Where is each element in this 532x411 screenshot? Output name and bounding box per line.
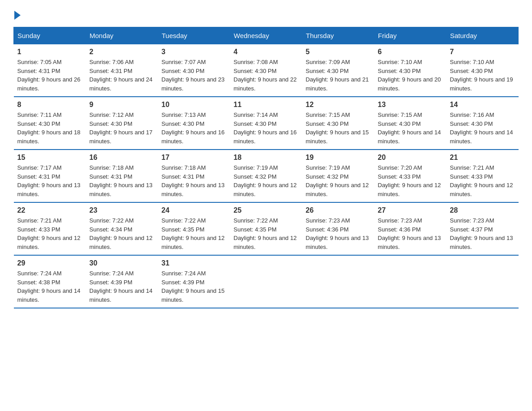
day-number: 16 (90, 154, 154, 162)
day-info: Sunrise: 7:21 AMSunset: 4:33 PMDaylight:… (450, 163, 515, 198)
day-number: 23 (90, 206, 154, 214)
day-info: Sunrise: 7:24 AMSunset: 4:38 PMDaylight:… (17, 269, 82, 304)
day-number: 22 (17, 206, 82, 214)
day-info: Sunrise: 7:23 AMSunset: 4:37 PMDaylight:… (450, 216, 515, 251)
header-day-monday: Monday (86, 27, 158, 44)
calendar-cell: 8 Sunrise: 7:11 AMSunset: 4:30 PMDayligh… (14, 97, 86, 150)
calendar-cell (302, 255, 374, 308)
calendar-cell (374, 255, 446, 308)
calendar-cell: 5 Sunrise: 7:09 AMSunset: 4:30 PMDayligh… (302, 44, 374, 97)
day-number: 1 (17, 48, 82, 56)
calendar-cell: 24 Sunrise: 7:22 AMSunset: 4:35 PMDaylig… (158, 202, 230, 255)
day-number: 30 (90, 259, 154, 267)
day-number: 15 (17, 154, 82, 162)
day-info: Sunrise: 7:09 AMSunset: 4:30 PMDaylight:… (306, 58, 371, 93)
calendar-cell: 2 Sunrise: 7:06 AMSunset: 4:31 PMDayligh… (86, 44, 158, 97)
day-info: Sunrise: 7:12 AMSunset: 4:30 PMDaylight:… (90, 111, 154, 146)
day-info: Sunrise: 7:21 AMSunset: 4:33 PMDaylight:… (17, 216, 82, 251)
calendar-header-row: SundayMondayTuesdayWednesdayThursdayFrid… (14, 27, 519, 44)
day-number: 3 (162, 48, 227, 56)
calendar-table: SundayMondayTuesdayWednesdayThursdayFrid… (13, 27, 519, 308)
day-number: 19 (306, 154, 371, 162)
calendar-week-row: 22 Sunrise: 7:21 AMSunset: 4:33 PMDaylig… (14, 202, 519, 255)
day-info: Sunrise: 7:23 AMSunset: 4:36 PMDaylight:… (378, 216, 443, 251)
day-number: 10 (162, 101, 227, 109)
calendar-cell: 6 Sunrise: 7:10 AMSunset: 4:30 PMDayligh… (374, 44, 446, 97)
day-info: Sunrise: 7:08 AMSunset: 4:30 PMDaylight:… (234, 58, 299, 93)
calendar-cell: 27 Sunrise: 7:23 AMSunset: 4:36 PMDaylig… (374, 202, 446, 255)
day-number: 9 (90, 101, 154, 109)
calendar-cell: 26 Sunrise: 7:23 AMSunset: 4:36 PMDaylig… (302, 202, 374, 255)
day-number: 12 (306, 101, 371, 109)
calendar-week-row: 15 Sunrise: 7:17 AMSunset: 4:31 PMDaylig… (14, 150, 519, 202)
calendar-cell: 4 Sunrise: 7:08 AMSunset: 4:30 PMDayligh… (230, 44, 302, 97)
calendar-cell: 13 Sunrise: 7:15 AMSunset: 4:30 PMDaylig… (374, 97, 446, 150)
day-info: Sunrise: 7:16 AMSunset: 4:30 PMDaylight:… (450, 111, 515, 146)
calendar-cell: 1 Sunrise: 7:05 AMSunset: 4:31 PMDayligh… (14, 44, 86, 97)
calendar-cell: 12 Sunrise: 7:15 AMSunset: 4:30 PMDaylig… (302, 97, 374, 150)
day-info: Sunrise: 7:11 AMSunset: 4:30 PMDaylight:… (17, 111, 82, 146)
day-info: Sunrise: 7:19 AMSunset: 4:32 PMDaylight:… (306, 163, 371, 198)
calendar-cell: 10 Sunrise: 7:13 AMSunset: 4:30 PMDaylig… (158, 97, 230, 150)
logo-arrow-icon (14, 11, 21, 20)
day-number: 27 (378, 206, 443, 214)
calendar-cell: 22 Sunrise: 7:21 AMSunset: 4:33 PMDaylig… (14, 202, 86, 255)
day-info: Sunrise: 7:15 AMSunset: 4:30 PMDaylight:… (378, 111, 443, 146)
calendar-week-row: 1 Sunrise: 7:05 AMSunset: 4:31 PMDayligh… (14, 44, 519, 97)
calendar-cell: 16 Sunrise: 7:18 AMSunset: 4:31 PMDaylig… (86, 150, 158, 202)
calendar-cell (446, 255, 519, 308)
day-info: Sunrise: 7:20 AMSunset: 4:33 PMDaylight:… (378, 163, 443, 198)
page-header (13, 9, 519, 18)
header-day-friday: Friday (374, 27, 446, 44)
header-day-tuesday: Tuesday (158, 27, 230, 44)
day-info: Sunrise: 7:07 AMSunset: 4:30 PMDaylight:… (162, 58, 227, 93)
header-day-sunday: Sunday (14, 27, 86, 44)
header-day-saturday: Saturday (446, 27, 519, 44)
calendar-cell: 7 Sunrise: 7:10 AMSunset: 4:30 PMDayligh… (446, 44, 519, 97)
day-info: Sunrise: 7:06 AMSunset: 4:31 PMDaylight:… (90, 58, 154, 93)
day-number: 24 (162, 206, 227, 214)
day-number: 18 (234, 154, 299, 162)
header-day-wednesday: Wednesday (230, 27, 302, 44)
day-number: 21 (450, 154, 515, 162)
day-info: Sunrise: 7:10 AMSunset: 4:30 PMDaylight:… (378, 58, 443, 93)
day-number: 11 (234, 101, 299, 109)
calendar-cell: 18 Sunrise: 7:19 AMSunset: 4:32 PMDaylig… (230, 150, 302, 202)
day-number: 4 (234, 48, 299, 56)
calendar-cell: 30 Sunrise: 7:24 AMSunset: 4:39 PMDaylig… (86, 255, 158, 308)
calendar-cell: 19 Sunrise: 7:19 AMSunset: 4:32 PMDaylig… (302, 150, 374, 202)
calendar-cell: 23 Sunrise: 7:22 AMSunset: 4:34 PMDaylig… (86, 202, 158, 255)
day-info: Sunrise: 7:14 AMSunset: 4:30 PMDaylight:… (234, 111, 299, 146)
calendar-cell: 9 Sunrise: 7:12 AMSunset: 4:30 PMDayligh… (86, 97, 158, 150)
calendar-cell: 21 Sunrise: 7:21 AMSunset: 4:33 PMDaylig… (446, 150, 519, 202)
day-info: Sunrise: 7:15 AMSunset: 4:30 PMDaylight:… (306, 111, 371, 146)
calendar-cell: 25 Sunrise: 7:22 AMSunset: 4:35 PMDaylig… (230, 202, 302, 255)
day-number: 14 (450, 101, 515, 109)
day-info: Sunrise: 7:13 AMSunset: 4:30 PMDaylight:… (162, 111, 227, 146)
calendar-cell (230, 255, 302, 308)
calendar-cell: 31 Sunrise: 7:24 AMSunset: 4:39 PMDaylig… (158, 255, 230, 308)
calendar-week-row: 29 Sunrise: 7:24 AMSunset: 4:38 PMDaylig… (14, 255, 519, 308)
calendar-week-row: 8 Sunrise: 7:11 AMSunset: 4:30 PMDayligh… (14, 97, 519, 150)
header-day-thursday: Thursday (302, 27, 374, 44)
day-number: 20 (378, 154, 443, 162)
calendar-cell: 28 Sunrise: 7:23 AMSunset: 4:37 PMDaylig… (446, 202, 519, 255)
day-info: Sunrise: 7:18 AMSunset: 4:31 PMDaylight:… (90, 163, 154, 198)
day-number: 5 (306, 48, 371, 56)
day-number: 25 (234, 206, 299, 214)
day-number: 29 (17, 259, 82, 267)
calendar-cell: 15 Sunrise: 7:17 AMSunset: 4:31 PMDaylig… (14, 150, 86, 202)
day-number: 13 (378, 101, 443, 109)
day-info: Sunrise: 7:22 AMSunset: 4:35 PMDaylight:… (162, 216, 227, 251)
day-info: Sunrise: 7:17 AMSunset: 4:31 PMDaylight:… (17, 163, 82, 198)
day-number: 7 (450, 48, 515, 56)
day-number: 2 (90, 48, 154, 56)
calendar-cell: 11 Sunrise: 7:14 AMSunset: 4:30 PMDaylig… (230, 97, 302, 150)
calendar-cell: 17 Sunrise: 7:18 AMSunset: 4:31 PMDaylig… (158, 150, 230, 202)
logo (13, 9, 21, 18)
calendar-cell: 3 Sunrise: 7:07 AMSunset: 4:30 PMDayligh… (158, 44, 230, 97)
day-number: 8 (17, 101, 82, 109)
day-number: 28 (450, 206, 515, 214)
day-info: Sunrise: 7:24 AMSunset: 4:39 PMDaylight:… (162, 269, 227, 304)
day-info: Sunrise: 7:18 AMSunset: 4:31 PMDaylight:… (162, 163, 227, 198)
